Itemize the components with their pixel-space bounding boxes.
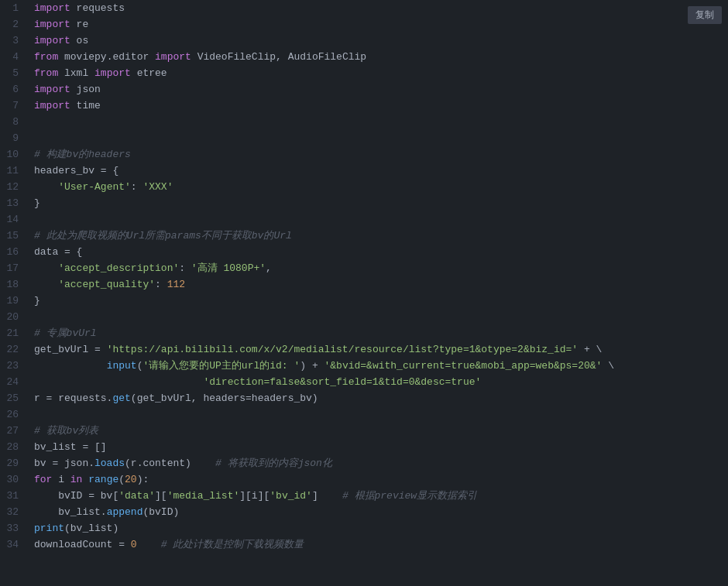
- code-token: import: [34, 19, 70, 30]
- code-token: import: [34, 84, 70, 95]
- code-token: bv = json.: [34, 457, 94, 469]
- code-token: 'direction=false&sort_field=1&tid=0&desc…: [203, 376, 481, 388]
- line-number: 20: [0, 309, 28, 325]
- table-row: 9: [0, 130, 728, 146]
- code-token: # 构建bv的headers: [34, 149, 131, 160]
- code-token: bv_list.: [34, 506, 107, 518]
- code-token: re: [70, 19, 88, 30]
- code-token: loads: [94, 457, 125, 469]
- code-token: :: [179, 262, 191, 274]
- line-code: import time: [28, 98, 728, 114]
- line-number: 2: [0, 16, 28, 33]
- table-row: 27# 获取bv列表: [0, 423, 728, 439]
- table-row: 19}: [0, 293, 728, 309]
- line-number: 26: [0, 406, 28, 423]
- table-row: 34downloadCount = 0 # 此处计数是控制下载视频数量: [0, 536, 728, 553]
- code-token: [34, 279, 58, 290]
- line-code: bvID = bv['data']['media_list'][i]['bv_i…: [28, 488, 728, 504]
- line-code: 'accept_quality': 112: [28, 276, 728, 293]
- code-token: (get_bvUrl, headers=headers_bv): [131, 392, 318, 404]
- code-token: ][i][: [239, 490, 270, 502]
- code-token: 112: [167, 279, 185, 290]
- code-token: 'data': [118, 490, 155, 502]
- table-row: 30for i in range(20):: [0, 471, 728, 488]
- code-token: }: [34, 197, 40, 209]
- table-row: 33print(bv_list): [0, 520, 728, 536]
- code-token: i: [52, 474, 70, 485]
- code-token: 0: [131, 539, 137, 550]
- code-token: ) +: [300, 360, 324, 372]
- line-code: 'accept_description': '高清 1080P+',: [28, 260, 728, 276]
- line-number: 19: [0, 293, 28, 309]
- code-token: etree: [131, 67, 167, 79]
- line-number: 11: [0, 163, 28, 179]
- table-row: 16data = {: [0, 244, 728, 260]
- code-token: [34, 376, 203, 388]
- line-code: bv_list.append(bvID): [28, 504, 728, 520]
- code-token: requests: [70, 2, 125, 14]
- line-code: 'direction=false&sort_field=1&tid=0&desc…: [28, 374, 728, 390]
- line-number: 8: [0, 114, 28, 130]
- code-token: # 专属bvUrl: [34, 327, 97, 339]
- line-number: 34: [0, 536, 28, 553]
- code-token: ]: [312, 490, 342, 502]
- code-token: (r.content): [125, 457, 215, 469]
- code-token: import: [34, 100, 70, 111]
- line-code: get_bvUrl = 'https://api.bilibili.com/x/…: [28, 341, 728, 358]
- line-number: 6: [0, 81, 28, 98]
- code-token: 20: [125, 474, 137, 485]
- line-code: # 获取bv列表: [28, 423, 728, 439]
- table-row: 3import os: [0, 33, 728, 49]
- line-number: 29: [0, 455, 28, 471]
- line-number: 14: [0, 211, 28, 228]
- line-code: print(bv_list): [28, 520, 728, 536]
- code-token: [34, 262, 58, 274]
- line-code: # 此处为爬取视频的Url所需params不同于获取bv的Url: [28, 228, 728, 244]
- line-number: 16: [0, 244, 28, 260]
- code-token: 'accept_description': [58, 262, 179, 274]
- line-code: # 构建bv的headers: [28, 146, 728, 163]
- line-code: }: [28, 293, 728, 309]
- line-number: 33: [0, 520, 28, 536]
- line-code: bv = json.loads(r.content) # 将获取到的内容json…: [28, 455, 728, 471]
- code-token: VideoFileClip, AudioFileClip: [191, 51, 366, 63]
- code-token: os: [70, 35, 88, 46]
- code-token: get: [112, 392, 130, 404]
- line-code: # 专属bvUrl: [28, 325, 728, 341]
- table-row: 31 bvID = bv['data']['media_list'][i]['b…: [0, 488, 728, 504]
- table-row: 13}: [0, 195, 728, 211]
- copy-button[interactable]: 复制: [688, 6, 722, 24]
- line-code: [28, 114, 728, 130]
- line-code: input('请输入您要的UP主的url的id: ') + '&bvid=&wi…: [28, 358, 728, 374]
- code-token: 'accept_quality': [58, 279, 155, 290]
- code-token: import: [155, 51, 191, 63]
- line-number: 24: [0, 374, 28, 390]
- code-token: 'User-Agent': [58, 181, 131, 193]
- code-token: ][: [155, 490, 167, 502]
- code-token: append: [107, 506, 143, 518]
- line-number: 15: [0, 228, 28, 244]
- line-number: 12: [0, 179, 28, 195]
- line-code: from lxml import etree: [28, 65, 728, 81]
- code-token: (bvID): [143, 506, 179, 518]
- line-number: 13: [0, 195, 28, 211]
- code-token: print: [34, 523, 64, 534]
- line-code: }: [28, 195, 728, 211]
- code-token: bvID = bv[: [34, 490, 118, 502]
- code-token: # 将获取到的内容json化: [215, 457, 332, 469]
- table-row: 22get_bvUrl = 'https://api.bilibili.com/…: [0, 341, 728, 358]
- table-row: 14: [0, 211, 728, 228]
- code-token: import: [34, 35, 70, 46]
- line-number: 32: [0, 504, 28, 520]
- line-number: 27: [0, 423, 28, 439]
- line-code: r = requests.get(get_bvUrl, headers=head…: [28, 390, 728, 406]
- table-row: 10# 构建bv的headers: [0, 146, 728, 163]
- line-number: 30: [0, 471, 28, 488]
- code-token: r = requests.: [34, 392, 112, 404]
- code-token: (: [118, 474, 125, 485]
- code-token: '请输入您要的UP主的url的id: ': [143, 360, 300, 372]
- table-row: 25r = requests.get(get_bvUrl, headers=he…: [0, 390, 728, 406]
- line-code: bv_list = []: [28, 439, 728, 455]
- code-token: '高清 1080P+': [191, 262, 266, 274]
- code-token: moviepy.editor: [58, 51, 155, 63]
